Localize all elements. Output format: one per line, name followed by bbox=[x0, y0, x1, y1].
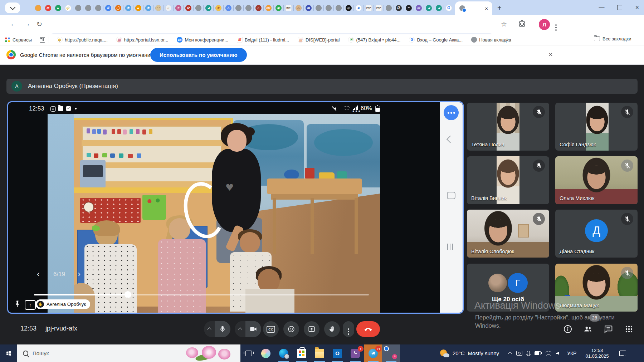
services-grid-icon[interactable] bbox=[5, 38, 10, 42]
language-indicator[interactable]: УКР bbox=[567, 351, 576, 356]
browser-tab[interactable]: G bbox=[444, 2, 454, 14]
pip-icon[interactable]: ↑ bbox=[25, 300, 36, 310]
browser-tab[interactable]: M bbox=[43, 2, 53, 14]
profile-avatar[interactable]: Л bbox=[539, 19, 550, 30]
browser-tab[interactable]: ✱ bbox=[143, 2, 153, 14]
browser-tab[interactable] bbox=[333, 2, 343, 14]
browser-tab[interactable]: BM bbox=[263, 2, 273, 14]
browser-tab[interactable]: ◆ bbox=[353, 2, 364, 14]
bookmark-item[interactable]: ▦ https://portal.issn.or... bbox=[116, 37, 169, 43]
browser-tab[interactable]: ✿ bbox=[183, 2, 193, 14]
slide-prev-button[interactable]: ‹ bbox=[37, 269, 40, 279]
browser-tab[interactable]: ≣ bbox=[103, 2, 113, 14]
participant-tile[interactable]: Софія Гандзюк bbox=[555, 103, 638, 151]
captions-button[interactable]: CC bbox=[263, 321, 279, 337]
bookmark-star-icon[interactable]: ☆ bbox=[501, 20, 507, 28]
browser-tab[interactable] bbox=[384, 2, 394, 14]
chat-button[interactable] bbox=[603, 324, 613, 334]
all-bookmarks-button[interactable]: Все закладки bbox=[594, 36, 631, 41]
taskbar-search[interactable]: Пошук bbox=[17, 344, 240, 362]
browser-tab[interactable] bbox=[93, 2, 103, 14]
people-button[interactable] bbox=[583, 324, 593, 334]
browser-tab[interactable] bbox=[323, 2, 333, 14]
taskbar-edge[interactable] bbox=[275, 344, 293, 362]
display-tray-icon[interactable] bbox=[516, 351, 522, 356]
task-view-button[interactable] bbox=[240, 344, 257, 362]
taskbar-copilot[interactable] bbox=[257, 344, 275, 362]
participant-tile[interactable]: Д Діана Стадник bbox=[555, 210, 638, 258]
taskbar-chrome[interactable]: Л bbox=[382, 344, 400, 362]
browser-tab[interactable] bbox=[313, 2, 323, 14]
slide-next-button[interactable]: › bbox=[78, 269, 80, 279]
bookmarks-overflow-button[interactable]: » bbox=[506, 36, 509, 42]
participant-tile[interactable]: Віталія Винник bbox=[467, 156, 549, 204]
close-button[interactable]: × bbox=[635, 4, 639, 11]
bookmark-item[interactable]: ψ https://public.naqa.... bbox=[57, 37, 108, 43]
tab-close-icon[interactable]: × bbox=[485, 5, 488, 11]
participant-tile[interactable]: Віталія Слободюк bbox=[467, 210, 549, 258]
camera-button[interactable] bbox=[245, 321, 261, 337]
taskbar-explorer[interactable] bbox=[311, 344, 328, 362]
browser-tab[interactable]: ▲ bbox=[53, 2, 63, 14]
browser-tab[interactable]: ◎ bbox=[343, 2, 353, 14]
browser-tab[interactable] bbox=[243, 2, 253, 14]
browser-tab[interactable]: ✳ bbox=[173, 2, 183, 14]
browser-tab[interactable] bbox=[73, 2, 83, 14]
meeting-info-button[interactable] bbox=[563, 324, 573, 334]
video-progress-bar[interactable] bbox=[34, 294, 369, 295]
browser-tab[interactable]: ▲ bbox=[133, 2, 143, 14]
browser-tab[interactable]: ✱ bbox=[123, 2, 133, 14]
browser-tab[interactable]: PKP bbox=[374, 2, 384, 14]
bookmark-item[interactable]: ✉ (547) Вхідні • plo44... bbox=[348, 37, 400, 43]
mic-control[interactable] bbox=[204, 321, 230, 337]
phone-back-icon[interactable] bbox=[447, 136, 454, 143]
taskbar-clock[interactable]: 12:53 01.05.2025 bbox=[585, 348, 609, 359]
mic-button[interactable] bbox=[215, 321, 230, 337]
participant-tile[interactable]: Тетяна Полич bbox=[467, 103, 549, 151]
taskbar-telegram[interactable]: 71 bbox=[364, 344, 382, 362]
taskbar-store[interactable] bbox=[293, 344, 311, 362]
video-more-icon[interactable]: ••• bbox=[352, 108, 361, 114]
hidden-icons-chevron[interactable] bbox=[508, 352, 512, 356]
bookmark-item[interactable]: zm Мои конференции... bbox=[177, 37, 228, 43]
minimize-button[interactable]: — bbox=[599, 4, 604, 11]
browser-tab[interactable]: PKP bbox=[364, 2, 374, 14]
present-button[interactable] bbox=[304, 321, 319, 337]
browser-tab[interactable]: ▤ bbox=[414, 2, 424, 14]
bookmark-item[interactable]: ▥ DIS[WEB]-portal bbox=[298, 37, 340, 43]
phone-home-icon[interactable] bbox=[447, 192, 455, 199]
tab-search-button[interactable] bbox=[5, 3, 20, 13]
browser-tab[interactable]: ψ bbox=[63, 2, 73, 14]
bookmark-item[interactable]: G Вход – Google Акка... bbox=[409, 37, 463, 43]
notification-center-icon[interactable] bbox=[619, 351, 626, 356]
end-call-button[interactable] bbox=[356, 321, 380, 337]
browser-tab[interactable] bbox=[193, 2, 203, 14]
reload-button[interactable]: ↻ bbox=[36, 20, 42, 28]
more-options-button[interactable] bbox=[343, 321, 354, 337]
browser-tab[interactable]: ◢ bbox=[434, 2, 444, 14]
activities-button[interactable] bbox=[624, 324, 634, 334]
browser-tab[interactable]: ▦ bbox=[303, 2, 313, 14]
restore-button[interactable] bbox=[617, 5, 622, 10]
browser-tab[interactable]: ❀ bbox=[213, 2, 223, 14]
participant-tile[interactable]: Ольга Михлюк bbox=[555, 156, 638, 204]
pin-icon[interactable] bbox=[13, 299, 22, 309]
taskbar-viber[interactable]: 1 bbox=[346, 344, 364, 362]
extensions-icon[interactable] bbox=[518, 20, 526, 30]
taskbar-outlook[interactable]: O bbox=[328, 344, 346, 362]
browser-tab[interactable]: ▯ bbox=[163, 2, 173, 14]
presentation-tile[interactable]: 12:53 60% bbox=[7, 101, 464, 314]
browser-tab[interactable]: ◢ bbox=[424, 2, 434, 14]
active-tab[interactable]: × bbox=[455, 1, 492, 15]
services-label[interactable]: Сервисы bbox=[13, 37, 32, 43]
set-default-button[interactable]: Использовать по умолчанию bbox=[150, 48, 247, 62]
apps-grid-icon[interactable] bbox=[40, 37, 45, 43]
browser-tab[interactable] bbox=[33, 2, 43, 14]
browser-tab[interactable]: ⌂ bbox=[253, 2, 263, 14]
progress-thumb[interactable] bbox=[125, 291, 131, 298]
browser-tab[interactable]: ◠ bbox=[153, 2, 163, 14]
bookmark-item[interactable]: M Вхідні (111) - liudmi... bbox=[237, 37, 289, 43]
browser-tab[interactable]: ✒ bbox=[404, 2, 414, 14]
browser-tab[interactable]: D bbox=[394, 2, 404, 14]
browser-tab[interactable]: ◯ bbox=[113, 2, 123, 14]
